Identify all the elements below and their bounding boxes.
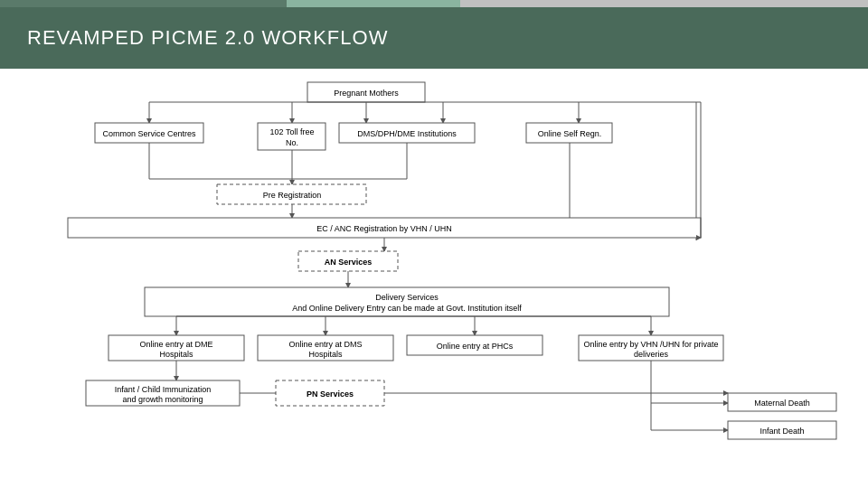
pn-services-label: PN Services <box>307 389 354 399</box>
online-dms-label2: Hospitals <box>308 350 343 359</box>
page-title: REVAMPED PICME 2.0 WORKFLOW <box>27 26 388 50</box>
online-self-label: Online Self Regn. <box>538 129 602 138</box>
online-vhn-label2: deliveries <box>634 350 669 359</box>
top-bar-seg2 <box>287 0 460 7</box>
delivery-entry-label: And Online Delivery Entry can be made at… <box>292 304 522 313</box>
pre-registration-label: Pre Registration <box>263 191 322 200</box>
online-dme-label: Online entry at DME <box>139 340 212 349</box>
infant-death-label: Infant Death <box>760 427 804 436</box>
flowchart-container: Pregnant Mothers Common Service Centres … <box>18 78 850 479</box>
online-dms-label: Online entry at DMS <box>288 340 362 349</box>
dms-dph-label: DMS/DPH/DME Institutions <box>357 129 457 138</box>
title-area: REVAMPED PICME 2.0 WORKFLOW <box>0 7 868 69</box>
main-content: Pregnant Mothers Common Service Centres … <box>0 69 868 488</box>
common-service-label: Common Service Centres <box>102 129 196 138</box>
online-phcs-label: Online entry at PHCs <box>437 342 514 351</box>
pregnant-mothers-label: Pregnant Mothers <box>334 89 399 98</box>
online-dme-label2: Hospitals <box>159 350 193 359</box>
delivery-services-label: Delivery Services <box>375 293 439 302</box>
toll-free-label: 102 Toll free <box>270 127 315 136</box>
an-services-label: AN Services <box>325 258 373 267</box>
top-bar-seg3 <box>460 0 868 7</box>
maternal-death-label: Maternal Death <box>754 399 810 408</box>
top-bar-seg1 <box>0 0 287 7</box>
toll-free-no-label: No. <box>286 138 298 147</box>
online-vhn-label: Online entry by VHN /UHN for private <box>583 340 718 349</box>
ec-anc-label: EC / ANC Registration by VHN / UHN <box>316 224 452 233</box>
infant-growth-label: and growth monitoring <box>122 395 203 404</box>
infant-child-label: Infant / Child Immunization <box>115 385 212 394</box>
top-bar <box>0 0 868 7</box>
